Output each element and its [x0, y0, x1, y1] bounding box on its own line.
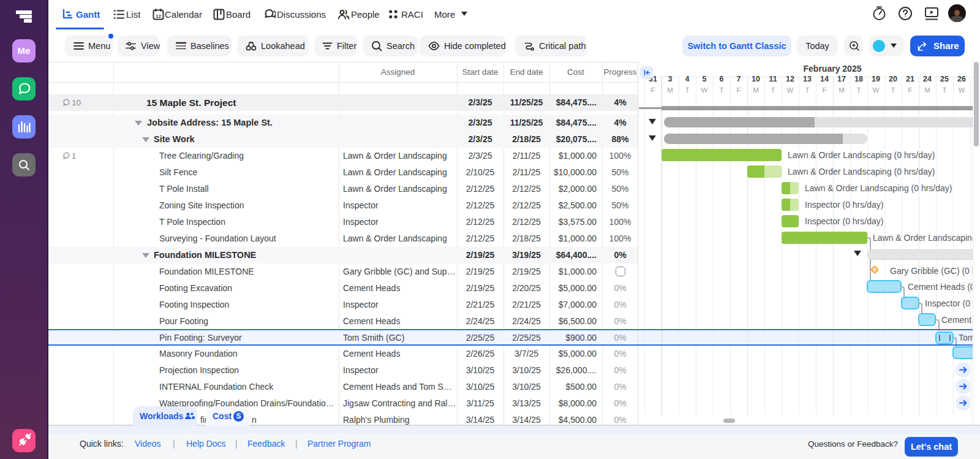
svg-text:12: 12: [156, 13, 161, 19]
